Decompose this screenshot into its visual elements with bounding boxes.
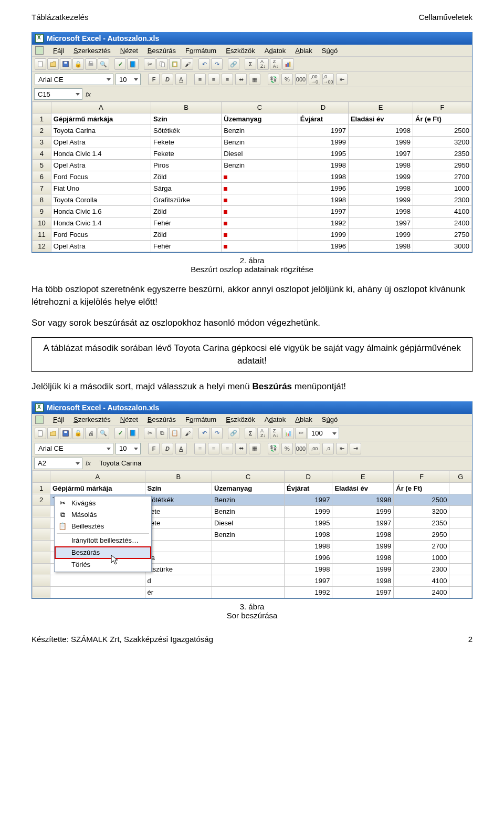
cell[interactable]: Opel Astra bbox=[51, 241, 151, 252]
col-header[interactable]: D bbox=[298, 102, 348, 113]
context-copy[interactable]: ⧉ Másolás bbox=[55, 509, 151, 521]
cell[interactable]: 1995 bbox=[298, 148, 348, 160]
percent-icon[interactable]: % bbox=[281, 74, 293, 85]
new-icon[interactable] bbox=[35, 58, 46, 70]
cell[interactable]: 1998 bbox=[298, 171, 348, 183]
borders-icon[interactable]: ▦ bbox=[249, 443, 260, 454]
cell[interactable] bbox=[449, 540, 472, 552]
cell[interactable]: Zöld bbox=[151, 229, 222, 241]
cell[interactable]: 1999 bbox=[348, 171, 413, 183]
cell[interactable] bbox=[449, 586, 472, 598]
cell[interactable]: 1000 bbox=[394, 552, 449, 563]
spellcheck-icon[interactable]: ✓ bbox=[114, 58, 126, 70]
menu-tools[interactable]: Eszközök bbox=[226, 47, 255, 55]
cell[interactable]: Honda Civic 1.6 bbox=[51, 206, 151, 217]
cell[interactable] bbox=[449, 494, 472, 505]
col-header[interactable]: F bbox=[413, 102, 472, 113]
cell[interactable]: 4100 bbox=[394, 575, 449, 586]
cell[interactable]: Benzin bbox=[222, 137, 298, 148]
save-icon[interactable] bbox=[60, 428, 71, 439]
increase-indent-icon[interactable]: ⇥ bbox=[350, 443, 361, 454]
underline-icon[interactable]: A bbox=[175, 74, 187, 85]
cell[interactable]: Sötétkék bbox=[145, 494, 212, 505]
row-header[interactable] bbox=[33, 505, 50, 517]
permissions-icon[interactable]: 🔓 bbox=[72, 428, 84, 439]
bold-icon[interactable]: F bbox=[148, 74, 160, 85]
row-header[interactable] bbox=[33, 563, 50, 575]
menu-view[interactable]: Nézet bbox=[120, 416, 138, 423]
print-icon[interactable] bbox=[85, 58, 97, 70]
context-cut[interactable]: ✂ Kivágás bbox=[55, 498, 151, 509]
context-paste[interactable]: 📋 Beillesztés bbox=[55, 521, 151, 532]
cell[interactable]: 1992 bbox=[298, 217, 348, 229]
cell[interactable]: Üzemanyag bbox=[212, 482, 285, 494]
cell[interactable]: 1998 bbox=[298, 160, 348, 171]
spreadsheet-grid[interactable]: A B C D E F 1Gépjármű márkájaSzínÜzemany… bbox=[32, 101, 472, 252]
font-name-combo[interactable]: Arial CE bbox=[35, 443, 113, 454]
cell[interactable] bbox=[449, 505, 472, 517]
cell[interactable] bbox=[212, 552, 285, 563]
chart-icon[interactable]: 📊 bbox=[282, 428, 294, 439]
row-header[interactable] bbox=[33, 552, 50, 563]
row-header[interactable] bbox=[33, 575, 50, 586]
align-right-icon[interactable]: ≡ bbox=[222, 443, 233, 454]
cell[interactable]: 1998 bbox=[348, 206, 413, 217]
cell[interactable]: 1996 bbox=[298, 241, 348, 252]
cell[interactable] bbox=[222, 229, 298, 241]
cell[interactable]: d bbox=[145, 540, 212, 552]
cell[interactable]: 1998 bbox=[298, 194, 348, 206]
cell[interactable] bbox=[449, 529, 472, 540]
cell[interactable] bbox=[449, 482, 472, 494]
col-header[interactable]: B bbox=[151, 102, 222, 113]
cell[interactable]: Benzin bbox=[222, 160, 298, 171]
cell[interactable]: Ford Focus bbox=[51, 171, 151, 183]
cell[interactable]: Évjárat bbox=[285, 482, 332, 494]
cell[interactable]: Opel Astra bbox=[51, 137, 151, 148]
cell[interactable]: Diesel bbox=[222, 148, 298, 160]
currency-icon[interactable]: 💱 bbox=[268, 74, 279, 85]
cell[interactable]: 1998 bbox=[332, 575, 394, 586]
cell[interactable]: 3000 bbox=[413, 241, 472, 252]
row-header[interactable]: 3 bbox=[33, 137, 51, 148]
menu-window[interactable]: Ablak bbox=[295, 416, 312, 423]
cell[interactable]: Grafitszürke bbox=[151, 194, 222, 206]
cell[interactable]: Ford Focus bbox=[51, 229, 151, 241]
format-painter-icon[interactable]: 🖌 bbox=[182, 428, 193, 439]
select-all-corner[interactable] bbox=[33, 102, 51, 113]
cell[interactable]: Sötétkék bbox=[151, 125, 222, 137]
row-header[interactable]: 4 bbox=[33, 148, 51, 160]
row-header[interactable] bbox=[33, 517, 50, 529]
cell[interactable]: Fehér bbox=[151, 217, 222, 229]
formula-value[interactable]: Toyota Carina bbox=[99, 459, 141, 467]
cell[interactable]: Szín bbox=[145, 482, 212, 494]
row-header[interactable] bbox=[33, 540, 50, 552]
undo-icon[interactable]: ↶ bbox=[198, 428, 210, 439]
col-header[interactable]: B bbox=[145, 471, 212, 482]
cell[interactable]: Benzin bbox=[222, 125, 298, 137]
bold-icon[interactable]: F bbox=[148, 443, 160, 454]
cell[interactable]: kete bbox=[145, 505, 212, 517]
col-header[interactable]: C bbox=[212, 471, 285, 482]
cell[interactable]: Szín bbox=[151, 113, 222, 125]
cell[interactable]: 2950 bbox=[394, 529, 449, 540]
cell[interactable]: Zöld bbox=[151, 171, 222, 183]
cell[interactable]: 2300 bbox=[413, 194, 472, 206]
merge-center-icon[interactable]: ⬌ bbox=[235, 74, 247, 85]
cell[interactable]: Fekete bbox=[151, 148, 222, 160]
decrease-decimal-icon[interactable]: ,0→00 bbox=[322, 74, 334, 85]
cut-icon[interactable]: ✂ bbox=[144, 58, 155, 70]
sort-desc-icon[interactable]: ZA↓ bbox=[270, 428, 281, 439]
cell[interactable]: 2350 bbox=[413, 148, 472, 160]
sort-asc-icon[interactable]: AZ↓ bbox=[257, 428, 269, 439]
cell[interactable]: 1999 bbox=[285, 505, 332, 517]
font-size-combo[interactable]: 10 bbox=[116, 443, 141, 454]
cell[interactable]: 2350 bbox=[394, 517, 449, 529]
cell[interactable]: 2700 bbox=[394, 540, 449, 552]
cell[interactable]: 1999 bbox=[348, 229, 413, 241]
menu-insert[interactable]: Beszúrás bbox=[148, 416, 176, 423]
cell[interactable]: 1996 bbox=[285, 552, 332, 563]
row-header[interactable]: 2 bbox=[33, 125, 51, 137]
col-header[interactable]: A bbox=[50, 471, 145, 482]
cell[interactable]: ga bbox=[145, 552, 212, 563]
cell[interactable]: 1997 bbox=[332, 517, 394, 529]
